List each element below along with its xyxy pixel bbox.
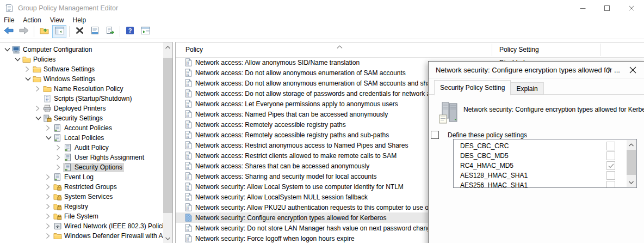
encryption-type-checkbox[interactable] — [606, 161, 615, 170]
tree-scrollbar[interactable] — [163, 42, 172, 243]
up-one-level-button[interactable] — [37, 25, 51, 38]
chevron-collapsed-icon[interactable] — [46, 125, 53, 131]
chevron-expanded-icon[interactable] — [15, 56, 22, 63]
scroll-up-icon[interactable] — [163, 42, 172, 52]
properties-button[interactable] — [88, 25, 102, 38]
chevron-collapsed-icon[interactable] — [56, 164, 63, 171]
tree-item-local-policies[interactable]: Local Policies — [0, 133, 163, 143]
scroll-up-icon[interactable] — [627, 140, 636, 149]
tree-item-name-resolution-policy[interactable]: Name Resolution Policy — [0, 84, 163, 94]
tree-item-user-rights-assignment[interactable]: User Rights Assignment — [0, 153, 163, 162]
tree-item-body[interactable]: Computer Configuration — [11, 45, 94, 54]
tree-item-body[interactable]: Event Log — [53, 173, 95, 182]
tree-item-windows-settings[interactable]: Windows Settings — [0, 74, 163, 84]
scroll-thumb[interactable] — [627, 150, 636, 175]
tree-item-computer-configuration[interactable]: Computer Configuration — [0, 45, 163, 54]
tree-item-body[interactable]: Restricted Groups — [53, 183, 119, 192]
tree-item-audit-policy[interactable]: Audit Policy — [0, 143, 163, 153]
chevron-expanded-icon[interactable] — [46, 135, 53, 141]
tree-item-account-policies[interactable]: Account Policies — [0, 123, 163, 133]
tree-item-body[interactable]: Name Resolution Policy — [42, 84, 125, 94]
encryption-type-row[interactable]: RC4_HMAC_MD5 — [454, 161, 636, 171]
menu-file[interactable]: File — [4, 16, 14, 24]
chevron-collapsed-icon[interactable] — [46, 174, 53, 180]
tree-item-policies[interactable]: Policies — [0, 54, 163, 64]
tree-item-body[interactable]: File System — [53, 212, 100, 221]
tree-item-security-options[interactable]: Security Options — [0, 162, 163, 172]
tree-item-registry[interactable]: Registry — [0, 202, 163, 211]
dialog-close-icon[interactable] — [623, 62, 642, 78]
chevron-collapsed-icon[interactable] — [46, 233, 53, 239]
chevron-collapsed-icon[interactable] — [46, 184, 53, 190]
tab-security-policy-setting[interactable]: Security Policy Setting — [434, 80, 511, 95]
chevron-collapsed-icon[interactable] — [46, 213, 53, 220]
scroll-down-icon[interactable] — [627, 178, 636, 187]
tree-item-body[interactable]: Security Settings — [42, 114, 104, 123]
chevron-expanded-icon[interactable] — [25, 76, 32, 82]
scroll-down-icon[interactable] — [163, 234, 172, 243]
chevron-expanded-icon[interactable] — [4, 46, 11, 53]
delete-button[interactable] — [72, 25, 86, 38]
encryption-type-checkbox[interactable] — [606, 142, 615, 150]
tree-item-security-settings[interactable]: Security Settings — [0, 113, 163, 123]
menu-view[interactable]: View — [50, 16, 64, 24]
dialog-help-icon[interactable]: ? — [599, 62, 618, 78]
tree-item-wired-network-ieee-802-3-policies[interactable]: Wired Network (IEEE 802.3) Policies — [0, 221, 163, 231]
tree-item-body[interactable]: Windows Defender Firewall with Advanced … — [53, 232, 163, 241]
tree-item-windows-defender-firewall-with-advanced-security[interactable]: Windows Defender Firewall with Advanced … — [0, 231, 163, 241]
column-header-policy[interactable]: Policy — [185, 42, 203, 57]
new-window-button[interactable] — [138, 25, 152, 38]
chevron-collapsed-icon[interactable] — [46, 203, 53, 210]
back-button[interactable] — [2, 25, 16, 38]
minimize-icon[interactable] — [571, 0, 595, 16]
chevron-expanded-icon[interactable] — [35, 115, 42, 122]
tree-item-software-settings[interactable]: Software Settings — [0, 64, 163, 74]
tree-item-body[interactable]: Local Policies — [53, 133, 106, 143]
export-list-button[interactable] — [103, 25, 117, 38]
tab-explain[interactable]: Explain — [511, 82, 543, 95]
tree-item-system-services[interactable]: System Services — [0, 192, 163, 202]
tree-item-body[interactable]: Windows Settings — [32, 75, 97, 84]
tree-item-body[interactable]: Registry — [53, 202, 90, 211]
column-header-policy-setting[interactable]: Policy Setting — [499, 42, 539, 57]
encryption-type-checkbox[interactable] — [606, 151, 615, 160]
tree-item-body[interactable]: Deployed Printers — [42, 104, 107, 113]
encryption-type-checkbox[interactable] — [606, 171, 615, 180]
chevron-collapsed-icon[interactable] — [25, 66, 32, 72]
tree-item-body[interactable]: User Rights Assignment — [63, 153, 146, 162]
forward-button[interactable] — [17, 25, 31, 38]
close-icon[interactable] — [620, 0, 644, 16]
encryption-type-checkbox[interactable] — [606, 181, 615, 188]
tree-item-restricted-groups[interactable]: Restricted Groups — [0, 182, 163, 192]
show-console-tree-button[interactable] — [52, 25, 66, 38]
tree-item-body[interactable]: Security Options — [63, 163, 124, 172]
tree-item-file-system[interactable]: File System — [0, 211, 163, 221]
list-scrollbar[interactable] — [627, 140, 636, 187]
tree-item-deployed-printers[interactable]: Deployed Printers — [0, 104, 163, 113]
tree-item-body[interactable]: Wired Network (IEEE 802.3) Policies — [53, 222, 163, 231]
tree-item-scripts-startup-shutdown[interactable]: Scripts (Startup/Shutdown) — [0, 94, 163, 104]
column-divider[interactable] — [492, 44, 492, 56]
chevron-collapsed-icon[interactable] — [46, 223, 53, 229]
tree-item-body[interactable]: Scripts (Startup/Shutdown) — [42, 94, 133, 104]
encryption-type-row[interactable]: DES_CBC_MD5 — [454, 151, 636, 161]
define-policy-checkbox[interactable] — [431, 131, 439, 139]
tree-item-body[interactable]: Software Settings — [32, 65, 96, 74]
encryption-type-row[interactable]: AES128_HMAC_SHA1 — [454, 171, 636, 180]
chevron-collapsed-icon[interactable] — [46, 193, 53, 200]
tree-item-body[interactable]: Policies — [22, 55, 57, 64]
help-button[interactable]: ? — [123, 25, 137, 38]
tree-item-body[interactable]: Account Policies — [53, 124, 114, 133]
chevron-collapsed-icon[interactable] — [35, 105, 42, 112]
chevron-collapsed-icon[interactable] — [35, 86, 42, 92]
tree-item-body[interactable]: System Services — [53, 192, 114, 202]
menu-help[interactable]: Help — [73, 16, 86, 24]
encryption-type-row[interactable]: DES_CBC_CRC — [454, 141, 636, 151]
column-divider[interactable] — [600, 44, 600, 56]
tree-item-body[interactable]: Audit Policy — [63, 143, 110, 153]
menu-action[interactable]: Action — [23, 16, 41, 24]
chevron-collapsed-icon[interactable] — [56, 144, 63, 151]
scroll-thumb[interactable] — [163, 58, 172, 213]
chevron-collapsed-icon[interactable] — [56, 154, 63, 161]
tree-item-event-log[interactable]: Event Log — [0, 172, 163, 182]
